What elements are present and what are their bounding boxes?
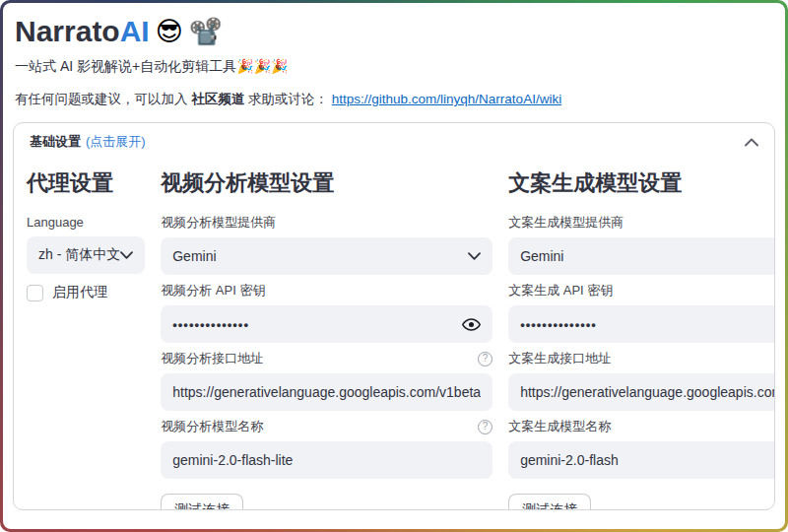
app-header: NarratoAI 😎 📽️ xyxy=(15,15,775,48)
text-gen-model-name-label-text: 文案生成模型名称 xyxy=(508,418,611,435)
chevron-up-icon[interactable] xyxy=(745,138,758,147)
text-gen-model-column: 文案生成模型设置 文案生成模型提供商 Gemini 文案生成 API 密钥 ••… xyxy=(508,163,775,510)
gradient-frame: NarratoAI 😎 📽️ 一站式 AI 影视解说+自动化剪辑工具🎉🎉🎉 有任… xyxy=(0,0,788,532)
language-selected-value: zh - 简体中文 xyxy=(38,246,120,264)
video-provider-label-text: 视频分析模型提供商 xyxy=(161,214,276,232)
text-gen-provider-label-text: 文案生成模型提供商 xyxy=(508,214,624,232)
text-gen-model-name-value: gemini-2.0-flash xyxy=(520,452,775,468)
video-model-column: 视频分析模型设置 视频分析模型提供商 Gemini 视频分析 API 密钥 ••… xyxy=(161,163,492,510)
eye-icon[interactable] xyxy=(462,318,481,331)
expander-header[interactable]: 基础设置 (点击展开) xyxy=(14,123,774,159)
enable-proxy-label: 启用代理 xyxy=(52,284,107,301)
chevron-down-icon xyxy=(468,252,481,260)
basic-settings-expander: 基础设置 (点击展开) 代理设置 Language zh - 简体中文 xyxy=(13,122,775,510)
proxy-settings-heading: 代理设置 xyxy=(27,168,145,198)
text-gen-provider-label: 文案生成模型提供商 xyxy=(508,214,775,232)
text-gen-endpoint-value: https://generativelanguage.googleapis.co… xyxy=(520,384,775,400)
video-model-name-input[interactable]: gemini-2.0-flash-lite xyxy=(161,441,492,479)
video-model-name-label-text: 视频分析模型名称 xyxy=(161,418,263,435)
text-gen-model-heading: 文案生成模型设置 xyxy=(508,168,775,198)
expander-hint: (点击展开) xyxy=(86,133,146,151)
video-api-key-input[interactable]: •••••••••••••• xyxy=(161,305,492,343)
help-icon[interactable]: ? xyxy=(478,420,492,434)
video-endpoint-label: 视频分析接口地址 ? xyxy=(161,350,492,367)
app-subtitle: 一站式 AI 影视解说+自动化剪辑工具🎉🎉🎉 xyxy=(15,58,775,76)
text-gen-api-key-input[interactable]: •••••••••••••• xyxy=(508,305,775,343)
language-label-text: Language xyxy=(27,215,84,230)
video-provider-select[interactable]: Gemini xyxy=(161,237,492,275)
sunglasses-emoji-icon: 😎 xyxy=(156,19,183,45)
community-channel-label: 社区频道 xyxy=(191,92,244,106)
proxy-settings-column: 代理设置 Language zh - 简体中文 启用代理 xyxy=(27,163,145,510)
app-window: NarratoAI 😎 📽️ 一站式 AI 影视解说+自动化剪辑工具🎉🎉🎉 有任… xyxy=(3,3,785,529)
video-provider-label: 视频分析模型提供商 xyxy=(161,214,492,232)
video-model-heading: 视频分析模型设置 xyxy=(161,168,492,198)
wiki-link[interactable]: https://github.com/linyqh/NarratoAI/wiki xyxy=(332,92,561,106)
community-suffix: 求助或讨论： xyxy=(244,92,332,106)
video-api-key-label-text: 视频分析 API 密钥 xyxy=(161,282,265,299)
enable-proxy-checkbox[interactable]: 启用代理 xyxy=(27,284,145,301)
video-endpoint-label-text: 视频分析接口地址 xyxy=(161,350,263,367)
text-gen-provider-value: Gemini xyxy=(520,248,775,264)
text-gen-model-name-input[interactable]: gemini-2.0-flash xyxy=(508,441,775,479)
text-gen-endpoint-input[interactable]: https://generativelanguage.googleapis.co… xyxy=(508,373,775,411)
video-endpoint-value: https://generativelanguage.googleapis.co… xyxy=(172,384,481,400)
language-label: Language xyxy=(27,214,145,231)
language-select[interactable]: zh - 简体中文 xyxy=(27,236,145,274)
video-endpoint-input[interactable]: https://generativelanguage.googleapis.co… xyxy=(161,373,492,411)
text-gen-api-key-masked-value: •••••••••••••• xyxy=(520,317,775,332)
video-api-key-label: 视频分析 API 密钥 xyxy=(161,282,492,299)
text-gen-endpoint-label-text: 文案生成接口地址 xyxy=(508,350,611,367)
text-gen-endpoint-label: 文案生成接口地址 ? xyxy=(508,350,775,367)
text-gen-model-name-label: 文案生成模型名称 ? xyxy=(508,418,775,435)
chevron-down-icon xyxy=(120,251,133,259)
text-gen-provider-select[interactable]: Gemini xyxy=(508,237,775,275)
video-model-name-value: gemini-2.0-flash-lite xyxy=(172,452,481,468)
title-dark-part: Narrato xyxy=(15,15,120,47)
video-provider-value: Gemini xyxy=(172,248,468,264)
title-accent-part: AI xyxy=(120,15,150,47)
settings-columns: 代理设置 Language zh - 简体中文 启用代理 视频分析模型设置 xyxy=(14,159,774,510)
video-api-key-masked-value: •••••••••••••• xyxy=(172,317,462,332)
text-gen-api-key-label: 文案生成 API 密钥 xyxy=(508,282,775,299)
expander-title: 基础设置 xyxy=(30,133,81,151)
text-gen-api-key-label-text: 文案生成 API 密钥 xyxy=(508,282,613,299)
help-icon[interactable]: ? xyxy=(478,352,492,366)
page-title: NarratoAI xyxy=(15,15,150,48)
checkbox-box-icon[interactable] xyxy=(27,285,43,301)
community-line: 有任何问题或建议，可以加入 社区频道 求助或讨论： https://github… xyxy=(15,91,775,108)
video-test-connection-button[interactable]: 测试连接 xyxy=(161,494,243,510)
community-prefix: 有任何问题或建议，可以加入 xyxy=(15,92,191,106)
film-projector-emoji-icon: 📽️ xyxy=(189,19,223,45)
text-gen-test-connection-button[interactable]: 测试连接 xyxy=(508,494,591,510)
video-model-name-label: 视频分析模型名称 ? xyxy=(161,418,492,435)
